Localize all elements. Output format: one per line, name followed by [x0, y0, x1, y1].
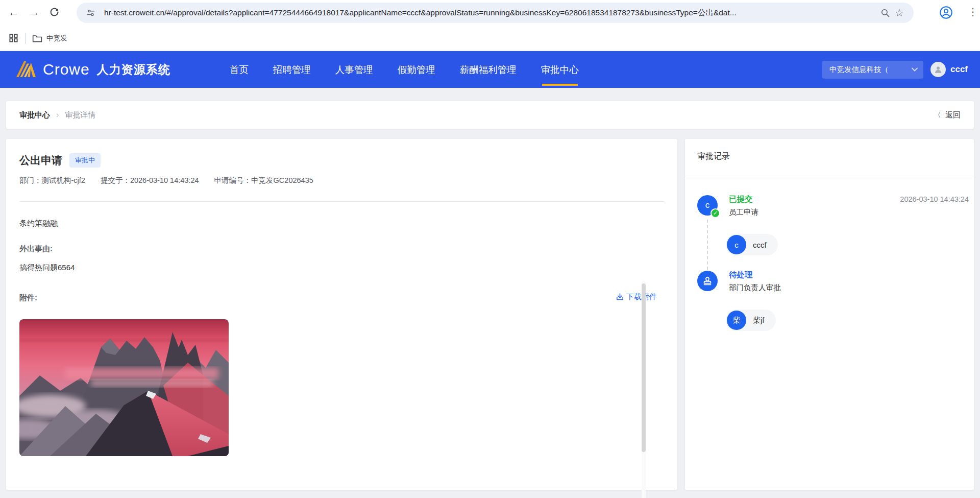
- step-1-assignee-name: cccf: [753, 241, 767, 249]
- company-selector[interactable]: 中竞发信息科技（: [822, 61, 923, 79]
- step-2-assignee-avatar: 柴: [727, 311, 746, 330]
- step-1-node: 员工申请: [729, 207, 758, 217]
- status-badge: 审批中: [69, 153, 101, 168]
- nav-recruit[interactable]: 招聘管理: [273, 51, 311, 88]
- browser-forward-icon[interactable]: →: [29, 6, 40, 19]
- back-chevron-icon: 〈: [934, 110, 941, 120]
- download-icon: [616, 293, 624, 301]
- summary-text: 条约第融融: [19, 219, 58, 228]
- main-nav: 首页 招聘管理 人事管理 假勤管理 薪酬福利管理 审批中心: [230, 51, 579, 88]
- detail-meta-row: 部门：测试机构-cjf2 提交于：2026-03-10 14:43:24 申请编…: [19, 176, 313, 185]
- breadcrumb-separator-icon: ›: [56, 110, 59, 120]
- system-name: 人力资源系统: [97, 62, 170, 78]
- step-1-time: 2026-03-10 14:43:24: [900, 195, 969, 203]
- bookmark-folder[interactable]: 中竞发: [32, 34, 67, 43]
- approval-log-divider: [685, 176, 974, 176]
- reason-label: 外出事由:: [19, 244, 53, 254]
- attachment-label: 附件:: [19, 293, 37, 303]
- bookmark-folder-label: 中竞发: [46, 34, 67, 43]
- apps-grid-icon[interactable]: [6, 31, 20, 45]
- url-text[interactable]: hr-test.croweit.cn/#/approval/details?ap…: [104, 8, 878, 18]
- app-logo[interactable]: Crowe 人力资源系统: [15, 59, 170, 80]
- browser-reload-icon[interactable]: [49, 7, 60, 20]
- check-badge-icon: ✓: [710, 208, 720, 218]
- browser-menu-icon[interactable]: ⋮: [968, 6, 978, 18]
- scrollbar-thumb[interactable]: [642, 283, 646, 452]
- detail-divider: [19, 201, 664, 202]
- step-1-assignee: c cccf: [726, 234, 778, 255]
- stamp-icon: [702, 275, 713, 287]
- breadcrumb-root[interactable]: 审批中心: [19, 110, 50, 120]
- page-title: 公出申请: [19, 153, 62, 168]
- step-2-status: 待处理: [729, 270, 753, 280]
- back-button[interactable]: 〈 返回: [934, 110, 961, 120]
- breadcrumb-current: 审批详情: [65, 110, 95, 120]
- step-2-node: 部门负责人审批: [729, 283, 781, 293]
- meta-application-no: 申请编号：中竞发GC2026435: [214, 176, 313, 185]
- back-label: 返回: [945, 110, 961, 120]
- app-header: Crowe 人力资源系统 首页 招聘管理 人事管理 假勤管理 薪酬福利管理 审批…: [0, 51, 980, 88]
- site-info-icon[interactable]: [84, 6, 98, 20]
- bookmark-star-icon[interactable]: ☆: [892, 6, 906, 20]
- bookmarks-bar: 中竞发: [0, 26, 980, 51]
- username: cccf: [950, 64, 968, 75]
- step-2-assignee-name: 柴jf: [753, 316, 765, 325]
- reason-value: 搞得热问题6564: [19, 263, 75, 273]
- approval-log-title: 审批记录: [697, 151, 730, 162]
- download-attachment-button[interactable]: 下载附件: [616, 292, 657, 302]
- attachment-image[interactable]: [19, 319, 229, 456]
- nav-attendance[interactable]: 假勤管理: [398, 51, 435, 88]
- user-menu[interactable]: cccf: [930, 62, 968, 77]
- timeline-connector: [707, 220, 708, 270]
- approval-detail-card: 公出申请 审批中 部门：测试机构-cjf2 提交于：2026-03-10 14:…: [6, 139, 677, 490]
- nav-payroll[interactable]: 薪酬福利管理: [460, 51, 517, 88]
- scrollbar-track[interactable]: [642, 281, 646, 498]
- address-bar[interactable]: hr-test.croweit.cn/#/approval/details?ap…: [77, 3, 914, 23]
- browser-toolbar: ← → hr-test.croweit.cn/#/approval/detail…: [0, 0, 980, 26]
- nav-home[interactable]: 首页: [230, 51, 249, 88]
- meta-submitted-at: 提交于：2026-03-10 14:43:24: [101, 176, 199, 185]
- brand-name: Crowe: [43, 61, 90, 78]
- crowe-logo-icon: [15, 59, 37, 80]
- browser-back-icon[interactable]: ←: [8, 6, 19, 19]
- meta-department: 部门：测试机构-cjf2: [19, 176, 85, 185]
- detail-body: 条约第融融 外出事由: 搞得热问题6564 附件: 下载附件: [19, 210, 659, 478]
- nav-hr[interactable]: 人事管理: [335, 51, 373, 88]
- detail-title-row: 公出申请 审批中: [19, 153, 101, 168]
- step-1-assignee-avatar: c: [727, 235, 746, 254]
- step-2-assignee: 柴 柴jf: [726, 310, 776, 331]
- header-right: 中竞发信息科技（ cccf: [822, 51, 968, 88]
- bookmarks-divider: [26, 33, 26, 44]
- approval-log-card: 审批记录 2026-03-10 14:43:24 c ✓ 已提交 员工申请 c …: [685, 139, 974, 490]
- company-selector-label: 中竞发信息科技（: [829, 65, 911, 75]
- zoom-icon[interactable]: [878, 6, 892, 20]
- browser-profile-icon[interactable]: [939, 6, 953, 21]
- step-1-status: 已提交: [729, 194, 753, 205]
- chevron-down-icon: [911, 67, 918, 72]
- user-avatar-icon: [930, 62, 946, 77]
- nav-approval-center[interactable]: 审批中心: [541, 51, 579, 88]
- breadcrumb-bar: 审批中心 › 审批详情 〈 返回: [6, 101, 974, 129]
- step-2-avatar: [697, 271, 718, 291]
